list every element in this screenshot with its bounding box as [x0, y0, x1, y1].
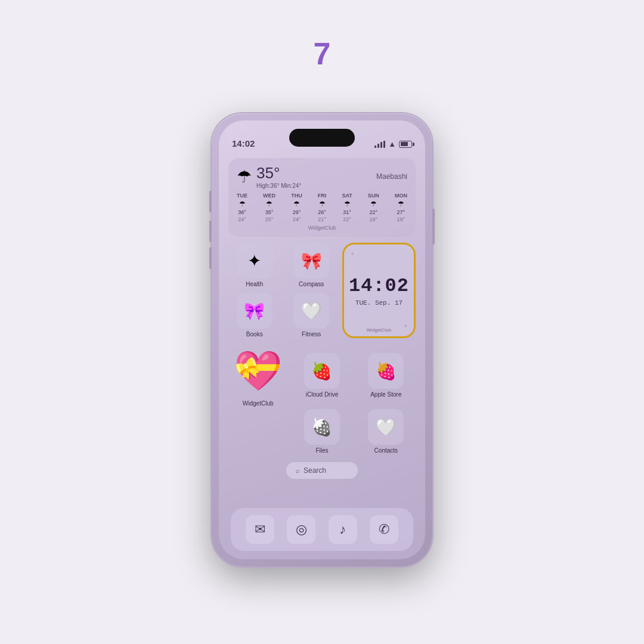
- app-apple-store-label: Apple Store: [370, 391, 401, 398]
- phone-mockup: 14:02 ▲: [212, 113, 432, 566]
- dynamic-island: [289, 129, 355, 147]
- status-icons: ▲: [374, 140, 412, 148]
- dock-compass[interactable]: ◎: [287, 515, 315, 544]
- app-icloud-drive[interactable]: 🍓 iCloud Drive: [292, 353, 351, 398]
- search-bar[interactable]: ⌕ Search: [286, 462, 358, 479]
- compass-dock-icon: ◎: [296, 522, 307, 537]
- app-compass[interactable]: 🎀 Compass: [285, 243, 338, 288]
- compass-icon: 🎀: [301, 251, 322, 271]
- clock-time: 14:02: [349, 275, 409, 297]
- app-widgetclub-label: WidgetClub: [243, 400, 274, 407]
- weather-city: Maebashi: [376, 172, 407, 181]
- music-icon: ♪: [339, 522, 346, 537]
- files-icon: 🍓: [311, 417, 332, 437]
- app-contacts-label: Contacts: [374, 447, 398, 454]
- app-widgetclub-large[interactable]: 💝 WidgetClub: [228, 344, 287, 407]
- app-books-label: Books: [246, 331, 263, 338]
- search-label: Search: [304, 466, 326, 475]
- app-compass-label: Compass: [299, 281, 324, 287]
- dock-phone[interactable]: ✆: [370, 515, 398, 544]
- signal-icon: [374, 141, 385, 148]
- search-icon: ⌕: [296, 467, 300, 474]
- weather-days: TUE ☂ 36° 24° WED ☂ 35° 25° THU: [237, 193, 407, 222]
- dock-music[interactable]: ♪: [329, 515, 357, 544]
- phone-icon: ✆: [379, 522, 389, 537]
- app-icloud-drive-label: iCloud Drive: [306, 391, 338, 398]
- weather-day-sat: SAT ☂ 31° 22°: [342, 193, 352, 222]
- clock-date: TUE. Sep. 17: [355, 299, 402, 306]
- weather-day-fri: FRI ☂ 26° 21°: [318, 193, 327, 222]
- page-number: 7: [314, 36, 331, 72]
- mail-icon: ✉: [255, 522, 265, 537]
- weather-day-sun: SUN ☂ 22° 19°: [368, 193, 379, 222]
- weather-widget-label: WidgetClub: [237, 225, 407, 231]
- screen-content: ☂ 35° High:36° Min:24° Maebashi TUE ☂: [219, 153, 425, 559]
- phone-screen: 14:02 ▲: [219, 120, 425, 559]
- apple-store-icon: 🍓: [376, 361, 397, 381]
- battery-icon: [399, 141, 412, 148]
- widgetclub-icon: 💝: [234, 348, 282, 394]
- app-health[interactable]: ✦ Health: [228, 243, 280, 288]
- weather-day-mon: MON ☂ 27° 19°: [395, 193, 407, 222]
- weather-day-wed: WED ☂ 35° 25°: [263, 193, 275, 222]
- clock-widget[interactable]: ✦ 14:02 TUE. Sep. 17 ✦ WidgetClub: [342, 243, 416, 338]
- phone-frame: 14:02 ▲: [212, 113, 432, 566]
- weather-icon: ☂: [237, 167, 252, 187]
- app-books[interactable]: 🎀 Books: [228, 293, 280, 338]
- clock-widget-label: WidgetClub: [367, 327, 391, 333]
- sparkle-tl: ✦: [350, 250, 355, 257]
- app-health-label: Health: [246, 281, 263, 287]
- app-fitness-label: Fitness: [302, 331, 321, 338]
- contacts-icon: 🤍: [376, 417, 397, 437]
- weather-day-tue: TUE ☂ 36° 24°: [237, 193, 247, 222]
- wifi-icon: ▲: [388, 140, 396, 148]
- weather-temp: 35°: [256, 164, 301, 182]
- app-contacts[interactable]: 🤍 Contacts: [357, 409, 416, 454]
- dock: ✉ ◎ ♪ ✆: [231, 508, 413, 551]
- app-files[interactable]: 🍓 Files: [292, 409, 351, 454]
- sparkle-br: ✦: [403, 323, 408, 329]
- dock-mail[interactable]: ✉: [246, 515, 274, 544]
- app-apple-store[interactable]: 🍓 Apple Store: [357, 353, 416, 398]
- weather-widget[interactable]: ☂ 35° High:36° Min:24° Maebashi TUE ☂: [228, 158, 416, 237]
- app-fitness[interactable]: 🤍 Fitness: [285, 293, 338, 338]
- status-time: 14:02: [232, 138, 255, 148]
- weather-day-thu: THU ☂ 29° 24°: [291, 193, 302, 222]
- weather-highlow: High:36° Min:24°: [256, 182, 301, 189]
- fitness-icon: 🤍: [301, 301, 322, 321]
- app-files-label: Files: [315, 447, 328, 454]
- health-icon: ✦: [247, 251, 261, 271]
- icloud-drive-icon: 🍓: [311, 361, 332, 381]
- books-icon: 🎀: [244, 301, 265, 321]
